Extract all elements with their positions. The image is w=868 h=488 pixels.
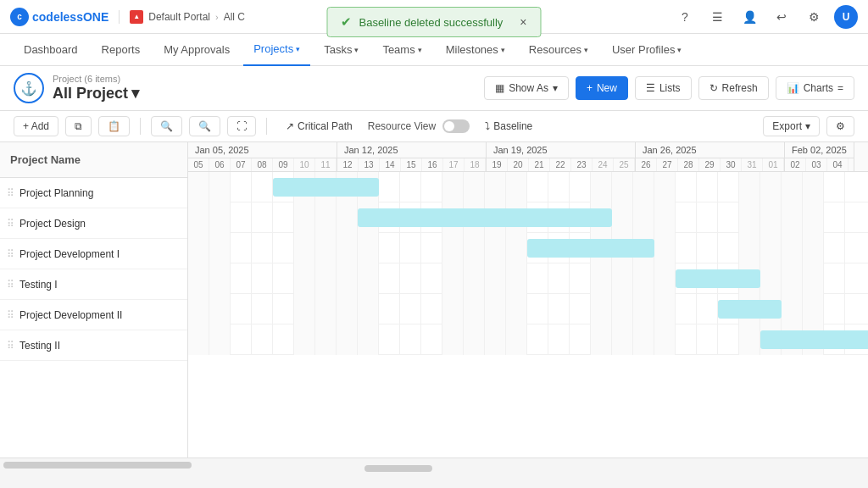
toast-close-button[interactable]: × (520, 15, 526, 29)
day-cell: 12 (337, 158, 359, 171)
charts-button[interactable]: 📊 Charts = (776, 76, 854, 100)
toolbar-right: Export ▾ ⚙ (763, 116, 854, 136)
gantt-cell (782, 233, 803, 263)
date-group: Feb 02, 2025020304 (785, 142, 854, 171)
history-icon[interactable]: ↩ (770, 5, 793, 29)
gantt-cell (464, 263, 485, 294)
task-row[interactable]: ⠿ Project Development II ⋮ (0, 300, 187, 330)
gantt-cell (400, 233, 421, 263)
gantt-right-panel[interactable]: Jan 05, 202505060708091011Jan 12, 202512… (188, 142, 868, 458)
gantt-cell (739, 294, 760, 324)
gantt-cell (591, 233, 612, 263)
task-row[interactable]: ⠿ Testing I ⋮ (0, 269, 187, 300)
show-as-icon: ▦ (495, 82, 504, 94)
critical-path-button[interactable]: ↗ Critical Path (277, 117, 361, 136)
zoom-out-icon: 🔍 (160, 120, 173, 132)
baseline-button[interactable]: ⤵ Baseline (476, 117, 541, 136)
zoom-out-button[interactable]: 🔍 (151, 116, 182, 136)
drag-handle-icon[interactable]: ⠿ (7, 187, 14, 199)
gantt-container: Project Name ⠿ Project Planning ⋮ ⠿ Proj… (0, 142, 868, 458)
settings-icon[interactable]: ⚙ (802, 5, 826, 29)
nav-projects[interactable]: Projects ▾ (243, 34, 310, 66)
gantt-cell (209, 172, 231, 202)
nav-dashboard[interactable]: Dashboard (14, 34, 88, 66)
task-row[interactable]: ⠿ Project Development I ⋮ (0, 239, 187, 269)
paste-button[interactable]: 📋 (98, 116, 130, 136)
fullscreen-button[interactable]: ⛶ (227, 116, 256, 136)
gantt-cell (209, 294, 231, 324)
gantt-cell (570, 324, 591, 355)
day-cell: 01 (763, 158, 784, 171)
drag-handle-icon[interactable]: ⠿ (7, 309, 14, 321)
nav-teams[interactable]: Teams ▾ (372, 34, 431, 66)
copy-button[interactable]: ⧉ (65, 116, 92, 136)
toast-check-icon: ✔ (341, 14, 352, 30)
nav-approvals[interactable]: My Approvals (153, 34, 240, 66)
drag-handle-icon[interactable]: ⠿ (7, 340, 14, 352)
day-cell: 03 (806, 158, 827, 171)
bottom-scroll-bar[interactable] (0, 458, 868, 471)
task-row[interactable]: ⠿ Testing II ⋮ (0, 330, 187, 361)
nav-user-profiles[interactable]: User Profiles ▾ (602, 34, 692, 66)
gantt-cell (400, 202, 421, 233)
day-cell: 06 (209, 158, 231, 171)
week-label: Jan 12, 2025 (337, 142, 486, 158)
logo-text: codelessONE (32, 10, 108, 24)
menu-icon[interactable]: ☰ (705, 5, 729, 29)
gantt-cell (209, 233, 231, 263)
gantt-cell (654, 202, 676, 233)
app-logo[interactable]: c codelessONE (10, 8, 108, 26)
gantt-cell (782, 263, 803, 294)
gantt-cell (252, 263, 273, 294)
gantt-cell (633, 172, 654, 202)
nav-tasks[interactable]: Tasks ▾ (314, 34, 369, 66)
help-icon[interactable]: ? (673, 5, 697, 29)
refresh-button[interactable]: ↻ Refresh (698, 76, 769, 100)
gantt-cell (231, 263, 252, 294)
task-row[interactable]: ⠿ Project Planning ⋮ (0, 178, 187, 208)
export-button[interactable]: Export ▾ (763, 116, 820, 136)
project-header: ⚓ Project (6 items) All Project ▾ ▦ Show… (0, 66, 868, 111)
project-dropdown-arrow[interactable]: ▾ (131, 84, 139, 103)
task-row[interactable]: ⠿ Project Design ⋮ (0, 208, 187, 239)
gantt-cell (718, 294, 739, 324)
day-cell: 10 (294, 158, 315, 171)
gantt-row (188, 172, 868, 202)
gantt-cell (485, 233, 506, 263)
new-button[interactable]: + New (576, 76, 628, 100)
show-as-button[interactable]: ▦ Show As ▾ (484, 76, 569, 100)
nav-milestones[interactable]: Milestones ▾ (436, 34, 515, 66)
resource-view-label: Resource View (368, 120, 436, 132)
zoom-in-icon: 🔍 (198, 120, 211, 132)
gantt-cell (718, 263, 739, 294)
gantt-cell (231, 172, 252, 202)
gantt-settings-button[interactable]: ⚙ (826, 116, 854, 136)
day-cell: 18 (465, 158, 486, 171)
zoom-in-button[interactable]: 🔍 (189, 116, 220, 136)
drag-handle-icon[interactable]: ⠿ (7, 218, 14, 230)
plus-icon: + (587, 82, 593, 94)
nav-resources[interactable]: Resources ▾ (519, 34, 598, 66)
nav-reports[interactable]: Reports (92, 34, 151, 66)
gantt-cell (676, 172, 697, 202)
lists-button[interactable]: ☰ Lists (635, 76, 692, 100)
gantt-cell (442, 263, 464, 294)
drag-handle-icon[interactable]: ⠿ (7, 248, 14, 260)
gantt-row (188, 263, 868, 294)
add-button[interactable]: + Add (14, 116, 58, 136)
resource-view-toggle[interactable] (442, 119, 470, 133)
portal-label[interactable]: Default Portal (148, 11, 210, 23)
gantt-cell (824, 263, 845, 294)
gantt-cell (548, 294, 570, 324)
gantt-cell (654, 233, 676, 263)
gantt-cell (676, 233, 697, 263)
gantt-cell (294, 324, 315, 355)
gantt-cell (442, 172, 464, 202)
secondary-nav: Dashboard Reports My Approvals Projects … (0, 34, 868, 66)
day-cell: 11 (315, 158, 337, 171)
user-add-icon[interactable]: 👤 (737, 5, 761, 29)
gantt-cell (697, 263, 718, 294)
avatar[interactable]: U (834, 5, 858, 29)
drag-handle-icon[interactable]: ⠿ (7, 279, 14, 291)
gantt-cell (548, 202, 570, 233)
